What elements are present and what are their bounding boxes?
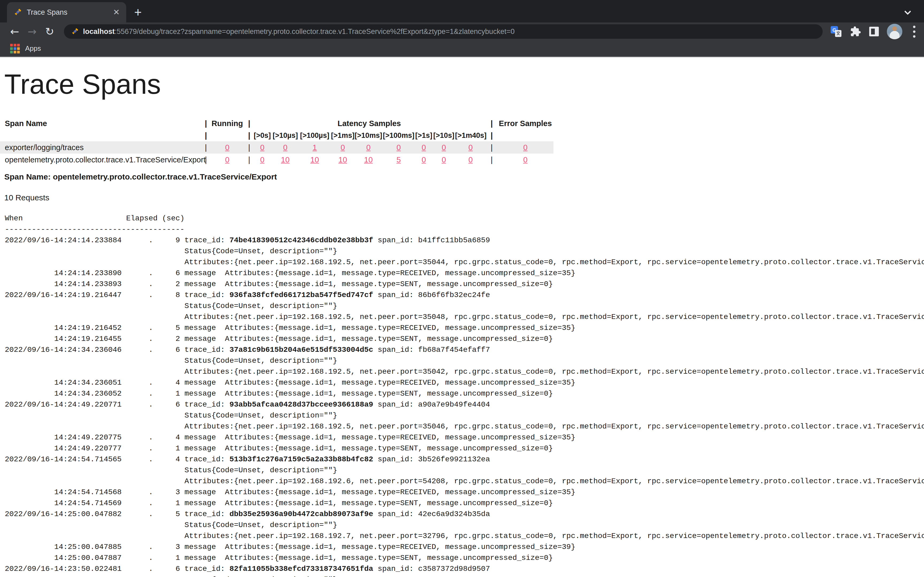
- bookmark-apps[interactable]: Apps: [25, 44, 41, 53]
- url-bar[interactable]: localhost:55679/debug/tracez?zspanname=o…: [64, 24, 823, 39]
- separator: |: [486, 117, 497, 130]
- trace-log: When Elapsed (sec)----------------------…: [5, 213, 924, 577]
- latency-count-link[interactable]: 1: [313, 143, 317, 152]
- span-summary-table: Span Name | Running | Latency Samples | …: [0, 117, 553, 166]
- bucket-label: [>1s]: [415, 130, 433, 141]
- separator: |: [246, 141, 252, 153]
- separator: |: [246, 130, 252, 141]
- latency-count-link[interactable]: 0: [468, 155, 473, 164]
- trace-log-body: 2022/09/16-14:24:14.233884 . 9 trace_id:…: [5, 235, 924, 577]
- bucket-label: [>10s]: [433, 130, 455, 141]
- running-count-link[interactable]: 0: [225, 155, 229, 164]
- page-title: Trace Spans: [4, 68, 924, 100]
- summary-header-row: Span Name | Running | Latency Samples | …: [0, 117, 553, 130]
- bookmarks-bar: Apps: [0, 40, 924, 57]
- latency-count-link[interactable]: 0: [422, 143, 426, 152]
- latency-count-link[interactable]: 10: [310, 155, 319, 164]
- latency-buckets-row: | | [>0s] [>10µs] [>100µs] [>1ms] [>10ms…: [0, 130, 553, 141]
- span-name-cell: opentelemetry.proto.collector.trace.v1.T…: [0, 153, 203, 166]
- separator: |: [486, 153, 497, 166]
- reload-icon[interactable]: ↻: [45, 26, 54, 37]
- latency-count-link[interactable]: 0: [366, 143, 371, 152]
- latency-count-link[interactable]: 10: [281, 155, 289, 164]
- new-tab-icon[interactable]: +: [134, 6, 142, 19]
- error-count-link[interactable]: 0: [523, 155, 528, 164]
- latency-count-link[interactable]: 10: [338, 155, 347, 164]
- table-row: opentelemetry.proto.collector.trace.v1.T…: [0, 153, 553, 166]
- side-panel-icon[interactable]: [869, 27, 879, 36]
- forward-icon[interactable]: →: [28, 26, 37, 37]
- col-error-samples: Error Samples: [497, 117, 553, 130]
- separator: |: [486, 141, 497, 153]
- latency-count-link[interactable]: 0: [341, 143, 345, 152]
- bucket-label: [>10ms]: [355, 130, 382, 141]
- tab-strip: Trace Spans ✕ +: [0, 0, 924, 23]
- back-icon[interactable]: ←: [10, 26, 19, 37]
- col-running: Running: [208, 117, 246, 130]
- requests-count: 10 Requests: [4, 193, 924, 202]
- tab-close-icon[interactable]: ✕: [113, 8, 120, 16]
- bucket-label: [>0s]: [252, 130, 272, 141]
- latency-count-link[interactable]: 0: [396, 143, 401, 152]
- latency-count-link[interactable]: 0: [260, 155, 265, 164]
- url-text: localhost:55679/debug/tracez?zspanname=o…: [83, 27, 515, 36]
- separator: |: [203, 141, 208, 153]
- latency-count-link[interactable]: 10: [364, 155, 373, 164]
- latency-count-link[interactable]: 0: [442, 143, 446, 152]
- tracez-page: Trace Spans Span Name | Running | Latenc…: [0, 68, 924, 577]
- latency-count-link[interactable]: 0: [442, 155, 446, 164]
- toolbar-actions: G: [830, 24, 918, 39]
- opentelemetry-favicon-small: [71, 27, 79, 35]
- col-latency-samples: Latency Samples: [252, 117, 486, 130]
- error-count-link[interactable]: 0: [523, 143, 528, 152]
- col-span-name: Span Name: [0, 117, 203, 130]
- bucket-label: [>1ms]: [331, 130, 355, 141]
- trace-log-divider: ----------------------------------------: [5, 224, 924, 235]
- separator: |: [203, 117, 208, 130]
- browser-toolbar: ← → ↻ localhost:55679/debug/tracez?zspan…: [0, 23, 924, 40]
- separator: |: [203, 130, 208, 141]
- latency-count-link[interactable]: 0: [422, 155, 426, 164]
- latency-count-link[interactable]: 5: [396, 155, 401, 164]
- latency-count-link[interactable]: 0: [468, 143, 473, 152]
- table-row: exporter/logging/traces | 0 | 0 0 1 0 0 …: [0, 141, 553, 153]
- tab-title: Trace Spans: [27, 8, 108, 16]
- browser-menu-icon[interactable]: [910, 26, 918, 38]
- separator: |: [486, 130, 497, 141]
- avatar[interactable]: [887, 24, 902, 39]
- bucket-label: [>10µs]: [272, 130, 298, 141]
- separator: |: [246, 153, 252, 166]
- tab-strip-chevron-icon[interactable]: [904, 8, 911, 15]
- url-host: localhost: [83, 27, 115, 35]
- bucket-label: [>100ms]: [382, 130, 415, 141]
- bucket-label: [>1m40s]: [455, 130, 486, 141]
- extensions-icon[interactable]: [850, 26, 861, 37]
- trace-log-header: When Elapsed (sec): [5, 213, 924, 224]
- running-count-link[interactable]: 0: [225, 143, 229, 152]
- browser-tab[interactable]: Trace Spans ✕: [7, 2, 126, 23]
- span-name-cell: exporter/logging/traces: [0, 141, 203, 153]
- bucket-label: [>100µs]: [298, 130, 331, 141]
- url-path: :55679/debug/tracez?zspanname=openteleme…: [115, 27, 515, 35]
- opentelemetry-favicon: [13, 8, 22, 16]
- translate-icon[interactable]: G: [830, 26, 842, 37]
- apps-grid-icon[interactable]: [10, 44, 20, 53]
- latency-count-link[interactable]: 0: [260, 143, 265, 152]
- selected-span-label: Span Name: opentelemetry.proto.collector…: [4, 172, 924, 181]
- separator: |: [246, 117, 252, 130]
- latency-count-link[interactable]: 0: [283, 143, 288, 152]
